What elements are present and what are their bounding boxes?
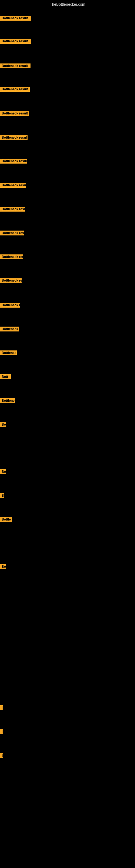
- badge-12: Bottleneck res: [0, 278, 21, 283]
- badge-15: Bottlenec: [0, 350, 17, 355]
- badge-7: Bottleneck result: [0, 159, 27, 163]
- badge-11: Bottleneck resu: [0, 254, 23, 259]
- badge-14: Bottleneck re: [0, 327, 19, 332]
- badge-20: B: [0, 493, 4, 498]
- badge-13: Bottleneck res: [0, 303, 20, 308]
- badge-22: Bo: [0, 564, 6, 569]
- badge-4: Bottleneck result: [0, 87, 30, 92]
- badge-6: Bottleneck resul: [0, 135, 28, 140]
- badge-18: Bo: [0, 422, 6, 427]
- badge-2: Bottleneck result: [0, 39, 31, 44]
- badge-3: Bottleneck result: [0, 63, 31, 68]
- badge-8: Bottleneck result: [0, 183, 26, 188]
- badge-24: |: [0, 729, 3, 734]
- badge-17: Bottlene: [0, 398, 15, 403]
- badge-16: Bott: [0, 374, 11, 379]
- badge-9: Bottleneck resul: [0, 207, 25, 212]
- badge-5: Bottleneck result: [0, 111, 29, 116]
- site-title: TheBottlenecker.com: [0, 0, 135, 9]
- badge-10: Bottleneck resu: [0, 230, 24, 236]
- badge-1: Bottleneck result: [0, 16, 31, 21]
- badge-23: |: [0, 705, 3, 710]
- badge-21: Bottle: [0, 517, 12, 522]
- badge-25: E: [0, 753, 3, 758]
- badge-19: Bo: [0, 469, 6, 474]
